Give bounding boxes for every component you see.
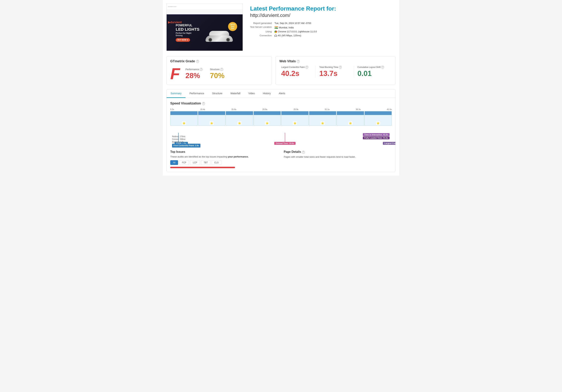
- structure-value: 70%: [210, 72, 224, 80]
- generated-value: Tue, Sep 24, 2024 10:57 AM -0700: [274, 22, 396, 24]
- tab-history[interactable]: History: [259, 89, 275, 98]
- speed-timeline-labels: 5.2s 10.4s 15.6s 20.8s 25.9s 31.1s 36.3s…: [170, 108, 392, 111]
- speed-frame-7: ⭐: [337, 111, 364, 126]
- filter-lcp[interactable]: LCP: [190, 160, 200, 165]
- grade-letter: F: [170, 66, 180, 82]
- web-vitals-title: Web Vitals ?: [279, 59, 392, 63]
- grade-content: F Performance ? 28% Structure ?: [170, 66, 268, 82]
- onload-label: Onload Time: 19.6s: [274, 142, 295, 145]
- fcp-label: First Contentful Paint: 2.8s: [172, 144, 200, 147]
- lcp-help-icon[interactable]: ?: [305, 66, 308, 69]
- tbt-vital: Total Blocking Time ? 13.7s: [317, 66, 354, 78]
- site-screenshot: durvient.com POWERFUL LED LIGHTS Perfect…: [166, 4, 243, 51]
- speed-viz-help-icon[interactable]: ?: [202, 102, 205, 105]
- tbt-help-icon[interactable]: ?: [339, 66, 342, 69]
- speed-frame-1: ⭐: [170, 111, 198, 126]
- speed-frame-5: ⭐: [281, 111, 309, 126]
- tab-content-summary: Speed Visualization ? 5.2s 10.4s 15.6s 2…: [167, 98, 395, 172]
- page-details-title: Page Details ?: [284, 150, 392, 154]
- tab-alerts[interactable]: Alerts: [275, 89, 289, 98]
- tab-performance[interactable]: Performance: [186, 89, 208, 98]
- using-label: Using:: [250, 30, 272, 33]
- generated-label: Report generated:: [250, 22, 272, 24]
- report-url: http://durvient.com/: [250, 12, 396, 18]
- cls-value: 0.01: [357, 69, 390, 78]
- connection-label: Connection:: [250, 34, 272, 37]
- structure-label: Structure ?: [210, 68, 224, 71]
- using-value: Chrome 117.0.0.0, Lighthouse 11.0.0: [274, 30, 396, 33]
- page-details-help-icon[interactable]: ?: [302, 151, 305, 154]
- report-title: Latest Performance Report for:: [250, 5, 396, 12]
- filter-buttons: All FCP LCP TBT CLS: [170, 160, 278, 165]
- tab-summary[interactable]: Summary: [167, 89, 186, 98]
- tti-flt-markers: Time to Interactive: 41.5s Fully Loaded …: [363, 133, 390, 139]
- site-content: POWERFUL LED LIGHTS Perfect for Night Dr…: [167, 15, 243, 51]
- filter-all[interactable]: All: [170, 160, 178, 165]
- connection-value: 4G (9/5 Mbps, 125ms): [274, 34, 396, 37]
- site-nav: [167, 9, 243, 14]
- lcp-label: Largest Contentful Paint ?: [281, 66, 314, 69]
- cls-help-icon[interactable]: ?: [381, 66, 384, 69]
- bottom-two-col: Top Issues These audits are identified a…: [170, 150, 392, 168]
- page-details-desc: Pages with smaller total sizes and fewer…: [284, 156, 392, 158]
- top-issues-title: Top Issues: [170, 150, 278, 154]
- tti-label: Time to Interactive: 41.5s: [363, 133, 390, 136]
- report-info: Latest Performance Report for: http://du…: [250, 4, 396, 37]
- page-details-section: Page Details ? Pages with smaller total …: [284, 150, 392, 168]
- web-vitals-box: Web Vitals ? Largest Contentful Paint ? …: [276, 56, 396, 85]
- location-value: 🇮🇳Mumbai, India: [274, 26, 396, 29]
- tbt-value: 13.7s: [319, 69, 352, 78]
- lcp-vital: Largest Contentful Paint ? 40.2s: [279, 66, 316, 78]
- web-vitals-help-icon[interactable]: ?: [297, 60, 300, 63]
- structure-help-icon[interactable]: ?: [220, 68, 223, 71]
- gtmetrix-grade-title: GTmetrix Grade ?: [170, 59, 268, 63]
- gtmetrix-grade-box: GTmetrix Grade ? F Performance ? 28%: [166, 56, 272, 85]
- location-label: Test Server Location:: [250, 26, 272, 29]
- ttfb-info: Redirect: 176ms Connect: 398ms Backend: …: [172, 126, 200, 147]
- tabs-bar: Summary Performance Structure Waterfall …: [167, 89, 395, 98]
- site-headline: POWERFUL LED LIGHTS Perfect for Night Dr…: [170, 24, 199, 42]
- performance-value: 28%: [186, 72, 203, 80]
- structure-metric: Structure ? 70%: [210, 68, 224, 80]
- lcp-marker-label: Largest Contentful Paint: 40.2s: [383, 142, 396, 145]
- tab-structure[interactable]: Structure: [208, 89, 226, 98]
- speed-frame-8: ⭐: [364, 111, 392, 126]
- speed-frame-6: ⭐: [309, 111, 337, 126]
- filter-tbt[interactable]: TBT: [201, 160, 211, 165]
- speed-frame-2: ⭐: [198, 111, 225, 126]
- lcp-value: 40.2s: [281, 69, 314, 78]
- performance-metric: Performance ? 28%: [186, 68, 203, 80]
- report-meta: Report generated: Tue, Sep 24, 2024 10:5…: [250, 22, 396, 37]
- tab-waterfall[interactable]: Waterfall: [226, 89, 245, 98]
- speed-frames: ⭐ ⭐ ⭐ ⭐ ⭐ ⭐ ⭐ ⭐: [170, 111, 392, 126]
- cls-vital: Cumulative Layout Shift ? 0.01: [356, 66, 392, 78]
- cls-label: Cumulative Layout Shift ?: [357, 66, 390, 69]
- filter-cls[interactable]: CLS: [211, 160, 221, 165]
- timeline-markers-area: TTFB: 1.6s Redirect: 176ms Connect: 398m…: [170, 125, 392, 145]
- gtmetrix-help-icon[interactable]: ?: [196, 60, 199, 63]
- web-vitals-content: Largest Contentful Paint ? 40.2s Total B…: [279, 66, 392, 78]
- filter-fcp[interactable]: FCP: [179, 160, 189, 165]
- browser-bar: durvient.com: [167, 4, 243, 9]
- speed-frame-3: ⭐: [226, 111, 253, 126]
- flt-label: Fully Loaded Time: 41.5s: [363, 136, 390, 139]
- tabs-section: Summary Performance Structure Waterfall …: [166, 89, 396, 172]
- top-issues-section: Top Issues These audits are identified a…: [170, 150, 278, 168]
- performance-help-icon[interactable]: ?: [200, 68, 203, 71]
- top-issues-desc: These audits are identified as the top i…: [170, 155, 278, 158]
- grade-metrics: Performance ? 28% Structure ? 70%: [186, 68, 224, 80]
- onload-marker: Onload Time: 19.6s: [274, 133, 295, 145]
- issue-bar: [170, 167, 235, 168]
- speed-visualization: 5.2s 10.4s 15.6s 20.8s 25.9s 31.1s 36.3s…: [170, 108, 392, 145]
- tbt-label: Total Blocking Time ?: [319, 66, 352, 69]
- speed-frame-4: ⭐: [254, 111, 281, 126]
- grades-section: GTmetrix Grade ? F Performance ? 28%: [166, 56, 396, 85]
- speed-viz-title: Speed Visualization ?: [170, 101, 392, 105]
- tab-video[interactable]: Video: [245, 89, 259, 98]
- performance-label: Performance ?: [186, 68, 203, 71]
